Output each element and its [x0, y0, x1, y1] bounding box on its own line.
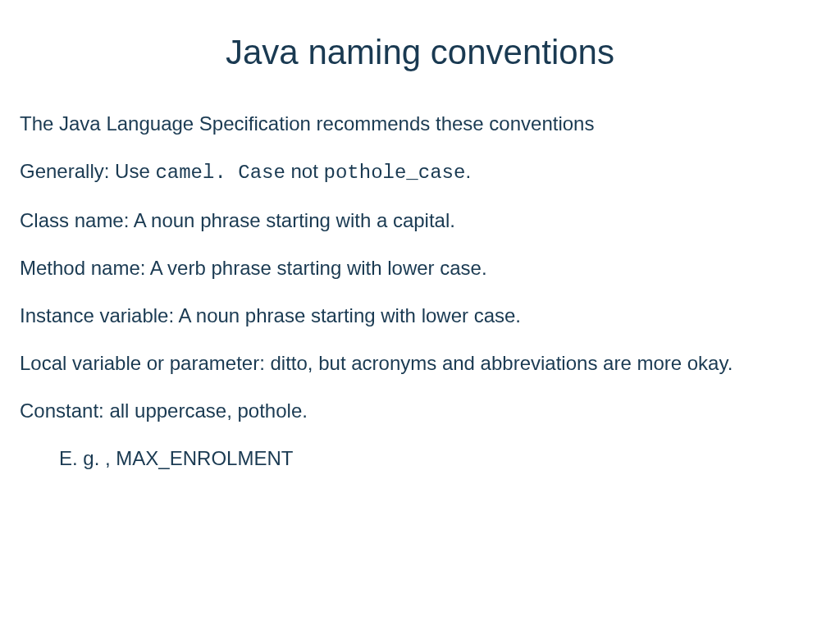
- method-name-text: Method name: A verb phrase starting with…: [20, 256, 824, 281]
- constant-text: Constant: all uppercase, pothole.: [20, 399, 824, 423]
- slide-content: The Java Language Specification recommen…: [16, 112, 824, 471]
- slide-title: Java naming conventions: [16, 33, 824, 72]
- local-var-text: Local variable or parameter: ditto, but …: [20, 351, 824, 376]
- intro-text: The Java Language Specification recommen…: [20, 112, 824, 136]
- generally-suffix: .: [465, 160, 471, 182]
- generally-mid: not: [285, 160, 324, 182]
- generally-text: Generally: Use camel. Case not pothole_c…: [20, 159, 824, 185]
- generally-prefix: Generally: Use: [20, 160, 155, 182]
- code-potholecase: pothole_case: [324, 162, 466, 184]
- example-text: E. g. , MAX_ENROLMENT: [20, 446, 824, 471]
- instance-var-text: Instance variable: A noun phrase startin…: [20, 304, 824, 328]
- code-camelcase: camel. Case: [155, 162, 285, 184]
- class-name-text: Class name: A noun phrase starting with …: [20, 208, 824, 233]
